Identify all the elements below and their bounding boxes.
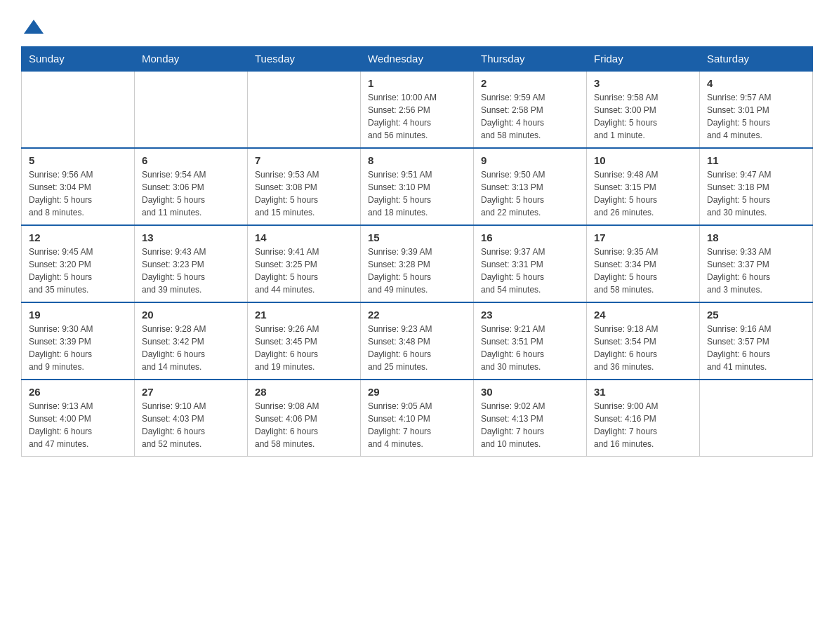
day-info: Sunrise: 9:51 AM Sunset: 3:10 PM Dayligh… bbox=[368, 168, 466, 219]
calendar-cell bbox=[248, 71, 361, 148]
day-info: Sunrise: 9:45 AM Sunset: 3:20 PM Dayligh… bbox=[29, 246, 127, 296]
day-number: 5 bbox=[29, 154, 127, 166]
weekday-header-monday: Monday bbox=[135, 47, 248, 72]
day-info: Sunrise: 9:39 AM Sunset: 3:28 PM Dayligh… bbox=[368, 246, 466, 296]
calendar-week-row: 5Sunrise: 9:56 AM Sunset: 3:04 PM Daylig… bbox=[22, 148, 813, 225]
day-number: 17 bbox=[594, 232, 692, 243]
day-info: Sunrise: 9:50 AM Sunset: 3:13 PM Dayligh… bbox=[481, 168, 579, 219]
calendar-cell: 3Sunrise: 9:58 AM Sunset: 3:00 PM Daylig… bbox=[587, 71, 700, 148]
day-number: 29 bbox=[368, 386, 466, 398]
calendar-cell: 27Sunrise: 9:10 AM Sunset: 4:03 PM Dayli… bbox=[135, 380, 248, 457]
calendar-week-row: 1Sunrise: 10:00 AM Sunset: 2:56 PM Dayli… bbox=[22, 71, 813, 148]
day-info: Sunrise: 9:48 AM Sunset: 3:15 PM Dayligh… bbox=[594, 168, 692, 219]
calendar-cell bbox=[135, 71, 248, 148]
day-info: Sunrise: 9:58 AM Sunset: 3:00 PM Dayligh… bbox=[594, 91, 692, 142]
calendar-cell: 19Sunrise: 9:30 AM Sunset: 3:39 PM Dayli… bbox=[22, 302, 135, 380]
calendar-week-row: 12Sunrise: 9:45 AM Sunset: 3:20 PM Dayli… bbox=[22, 225, 813, 302]
calendar-cell: 28Sunrise: 9:08 AM Sunset: 4:06 PM Dayli… bbox=[248, 380, 361, 457]
day-info: Sunrise: 9:47 AM Sunset: 3:18 PM Dayligh… bbox=[707, 168, 805, 219]
day-number: 24 bbox=[594, 309, 692, 321]
calendar-cell: 22Sunrise: 9:23 AM Sunset: 3:48 PM Dayli… bbox=[361, 302, 474, 380]
day-info: Sunrise: 9:53 AM Sunset: 3:08 PM Dayligh… bbox=[255, 168, 353, 219]
day-info: Sunrise: 9:33 AM Sunset: 3:37 PM Dayligh… bbox=[707, 246, 805, 296]
day-info: Sunrise: 9:08 AM Sunset: 4:06 PM Dayligh… bbox=[255, 400, 353, 450]
calendar-cell: 15Sunrise: 9:39 AM Sunset: 3:28 PM Dayli… bbox=[361, 225, 474, 302]
day-number: 26 bbox=[29, 386, 127, 398]
logo bbox=[21, 14, 46, 39]
calendar-cell: 23Sunrise: 9:21 AM Sunset: 3:51 PM Dayli… bbox=[474, 302, 587, 380]
weekday-header-friday: Friday bbox=[587, 47, 700, 72]
day-number: 14 bbox=[255, 232, 353, 243]
day-info: Sunrise: 9:59 AM Sunset: 2:58 PM Dayligh… bbox=[481, 91, 579, 142]
svg-marker-0 bbox=[24, 20, 44, 34]
day-info: Sunrise: 9:57 AM Sunset: 3:01 PM Dayligh… bbox=[707, 91, 805, 142]
day-number: 11 bbox=[707, 154, 805, 166]
day-info: Sunrise: 9:56 AM Sunset: 3:04 PM Dayligh… bbox=[29, 168, 127, 219]
calendar-cell: 9Sunrise: 9:50 AM Sunset: 3:13 PM Daylig… bbox=[474, 148, 587, 225]
day-info: Sunrise: 9:43 AM Sunset: 3:23 PM Dayligh… bbox=[142, 246, 240, 296]
day-number: 6 bbox=[142, 154, 240, 166]
calendar-cell: 25Sunrise: 9:16 AM Sunset: 3:57 PM Dayli… bbox=[700, 302, 813, 380]
day-number: 3 bbox=[594, 77, 692, 89]
day-info: Sunrise: 9:21 AM Sunset: 3:51 PM Dayligh… bbox=[481, 323, 579, 373]
day-number: 22 bbox=[368, 309, 466, 321]
calendar-table: SundayMondayTuesdayWednesdayThursdayFrid… bbox=[21, 46, 813, 457]
day-info: Sunrise: 9:10 AM Sunset: 4:03 PM Dayligh… bbox=[142, 400, 240, 450]
weekday-header-thursday: Thursday bbox=[474, 47, 587, 72]
calendar-cell: 30Sunrise: 9:02 AM Sunset: 4:13 PM Dayli… bbox=[474, 380, 587, 457]
day-number: 8 bbox=[368, 154, 466, 166]
calendar-cell: 2Sunrise: 9:59 AM Sunset: 2:58 PM Daylig… bbox=[474, 71, 587, 148]
calendar-cell: 5Sunrise: 9:56 AM Sunset: 3:04 PM Daylig… bbox=[22, 148, 135, 225]
calendar-cell: 7Sunrise: 9:53 AM Sunset: 3:08 PM Daylig… bbox=[248, 148, 361, 225]
calendar-cell: 21Sunrise: 9:26 AM Sunset: 3:45 PM Dayli… bbox=[248, 302, 361, 380]
day-number: 23 bbox=[481, 309, 579, 321]
day-number: 10 bbox=[594, 154, 692, 166]
day-info: Sunrise: 9:28 AM Sunset: 3:42 PM Dayligh… bbox=[142, 323, 240, 373]
day-info: Sunrise: 9:16 AM Sunset: 3:57 PM Dayligh… bbox=[707, 323, 805, 373]
day-number: 13 bbox=[142, 232, 240, 243]
day-info: Sunrise: 9:54 AM Sunset: 3:06 PM Dayligh… bbox=[142, 168, 240, 219]
calendar-cell: 29Sunrise: 9:05 AM Sunset: 4:10 PM Dayli… bbox=[361, 380, 474, 457]
day-number: 4 bbox=[707, 77, 805, 89]
calendar-cell: 16Sunrise: 9:37 AM Sunset: 3:31 PM Dayli… bbox=[474, 225, 587, 302]
calendar-cell: 18Sunrise: 9:33 AM Sunset: 3:37 PM Dayli… bbox=[700, 225, 813, 302]
day-number: 7 bbox=[255, 154, 353, 166]
day-info: Sunrise: 9:13 AM Sunset: 4:00 PM Dayligh… bbox=[29, 400, 127, 450]
day-number: 1 bbox=[368, 77, 466, 89]
calendar-week-row: 26Sunrise: 9:13 AM Sunset: 4:00 PM Dayli… bbox=[22, 380, 813, 457]
day-info: Sunrise: 9:41 AM Sunset: 3:25 PM Dayligh… bbox=[255, 246, 353, 296]
logo-icon bbox=[21, 14, 46, 39]
day-info: Sunrise: 9:37 AM Sunset: 3:31 PM Dayligh… bbox=[481, 246, 579, 296]
day-info: Sunrise: 9:02 AM Sunset: 4:13 PM Dayligh… bbox=[481, 400, 579, 450]
day-number: 16 bbox=[481, 232, 579, 243]
day-info: Sunrise: 9:05 AM Sunset: 4:10 PM Dayligh… bbox=[368, 400, 466, 450]
day-info: Sunrise: 10:00 AM Sunset: 2:56 PM Daylig… bbox=[368, 91, 466, 142]
weekday-header-wednesday: Wednesday bbox=[361, 47, 474, 72]
weekday-header-sunday: Sunday bbox=[22, 47, 135, 72]
calendar-cell: 14Sunrise: 9:41 AM Sunset: 3:25 PM Dayli… bbox=[248, 225, 361, 302]
day-number: 31 bbox=[594, 386, 692, 398]
calendar-header-row: SundayMondayTuesdayWednesdayThursdayFrid… bbox=[22, 47, 813, 72]
day-number: 19 bbox=[29, 309, 127, 321]
calendar-cell bbox=[22, 71, 135, 148]
calendar-cell: 26Sunrise: 9:13 AM Sunset: 4:00 PM Dayli… bbox=[22, 380, 135, 457]
calendar-cell: 24Sunrise: 9:18 AM Sunset: 3:54 PM Dayli… bbox=[587, 302, 700, 380]
day-number: 28 bbox=[255, 386, 353, 398]
calendar-cell: 12Sunrise: 9:45 AM Sunset: 3:20 PM Dayli… bbox=[22, 225, 135, 302]
day-number: 2 bbox=[481, 77, 579, 89]
day-info: Sunrise: 9:35 AM Sunset: 3:34 PM Dayligh… bbox=[594, 246, 692, 296]
day-number: 21 bbox=[255, 309, 353, 321]
day-number: 15 bbox=[368, 232, 466, 243]
calendar-cell bbox=[700, 380, 813, 457]
day-info: Sunrise: 9:30 AM Sunset: 3:39 PM Dayligh… bbox=[29, 323, 127, 373]
day-number: 30 bbox=[481, 386, 579, 398]
calendar-cell: 6Sunrise: 9:54 AM Sunset: 3:06 PM Daylig… bbox=[135, 148, 248, 225]
day-number: 25 bbox=[707, 309, 805, 321]
calendar-cell: 11Sunrise: 9:47 AM Sunset: 3:18 PM Dayli… bbox=[700, 148, 813, 225]
calendar-cell: 13Sunrise: 9:43 AM Sunset: 3:23 PM Dayli… bbox=[135, 225, 248, 302]
day-info: Sunrise: 9:23 AM Sunset: 3:48 PM Dayligh… bbox=[368, 323, 466, 373]
calendar-cell: 17Sunrise: 9:35 AM Sunset: 3:34 PM Dayli… bbox=[587, 225, 700, 302]
calendar-cell: 31Sunrise: 9:00 AM Sunset: 4:16 PM Dayli… bbox=[587, 380, 700, 457]
page-header bbox=[21, 14, 813, 39]
day-number: 20 bbox=[142, 309, 240, 321]
